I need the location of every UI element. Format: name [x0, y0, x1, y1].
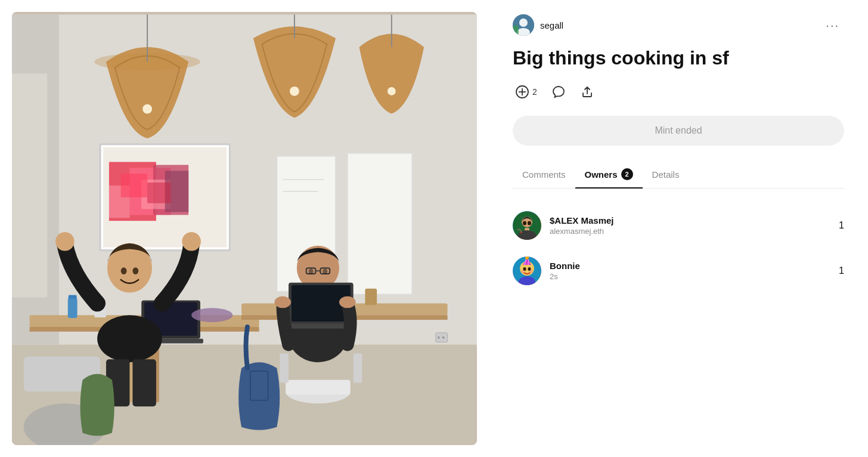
- owner-row[interactable]: $ALEX Masmej alexmasmej.eth 1: [513, 203, 844, 248]
- svg-point-92: [521, 270, 525, 273]
- svg-rect-66: [354, 353, 362, 382]
- left-panel: [0, 0, 489, 457]
- svg-point-93: [529, 270, 533, 273]
- svg-point-9: [290, 87, 299, 96]
- svg-point-55: [309, 268, 314, 274]
- collect-count: 2: [532, 87, 537, 97]
- svg-point-73: [519, 18, 528, 27]
- svg-point-62: [339, 297, 356, 308]
- author-avatar[interactable]: [513, 14, 534, 36]
- svg-rect-23: [348, 153, 413, 295]
- owners-list: $ALEX Masmej alexmasmej.eth 1: [513, 203, 844, 294]
- post-header: segall ···: [513, 14, 844, 36]
- collect-icon: [515, 85, 529, 99]
- tab-details[interactable]: Details: [643, 163, 689, 188]
- share-icon: [580, 85, 594, 99]
- owner-name-alex: $ALEX Masmej: [550, 215, 614, 226]
- comment-icon: [551, 85, 566, 99]
- owner-row-bonnie[interactable]: Bonnie 2s 1: [513, 248, 844, 294]
- svg-point-7: [142, 104, 152, 114]
- svg-line-89: [528, 260, 529, 265]
- owner-left-alex: $ALEX Masmej alexmasmej.eth: [513, 211, 614, 240]
- owner-sub-alex: alexmasmej.eth: [550, 227, 614, 236]
- owner-info-alex: $ALEX Masmej alexmasmej.eth: [550, 215, 614, 236]
- owner-avatar-alex: [513, 211, 541, 240]
- svg-rect-33: [69, 295, 77, 299]
- tabs-row: Comments Owners 2 Details: [513, 162, 844, 189]
- svg-rect-64: [286, 380, 351, 395]
- svg-rect-75: [513, 25, 519, 36]
- svg-point-61: [274, 297, 291, 308]
- comment-button[interactable]: [549, 82, 568, 101]
- more-options-button[interactable]: ···: [821, 16, 844, 35]
- post-image: [12, 12, 477, 445]
- owner-sub-bonnie: 2s: [550, 272, 580, 281]
- svg-rect-65: [280, 353, 289, 382]
- svg-rect-20: [121, 174, 147, 197]
- collect-button[interactable]: 2: [513, 82, 540, 101]
- actions-row: 2: [513, 82, 844, 101]
- owners-badge: 2: [621, 168, 633, 180]
- post-title: Big things cooking in sf: [513, 47, 844, 69]
- svg-rect-32: [68, 298, 78, 319]
- mint-ended-button: Mint ended: [513, 116, 844, 146]
- owner-left-bonnie: Bonnie 2s: [513, 257, 580, 285]
- svg-point-42: [182, 232, 201, 251]
- svg-point-44: [132, 267, 138, 274]
- owner-name-bonnie: Bonnie: [550, 261, 580, 271]
- svg-rect-60: [365, 289, 377, 305]
- svg-rect-4: [12, 73, 47, 297]
- right-panel: segall ··· Big things cooking in sf 2: [489, 0, 868, 457]
- svg-point-71: [442, 336, 445, 339]
- owner-count-alex: 1: [839, 220, 844, 231]
- svg-point-82: [528, 221, 531, 226]
- author-row: segall: [513, 14, 563, 36]
- tab-comments[interactable]: Comments: [513, 163, 575, 188]
- owner-info-bonnie: Bonnie 2s: [550, 261, 580, 281]
- svg-point-43: [121, 267, 127, 274]
- svg-rect-21: [147, 183, 170, 203]
- svg-point-11: [388, 87, 396, 95]
- svg-rect-46: [132, 359, 156, 406]
- tab-owners[interactable]: Owners 2: [575, 162, 643, 189]
- svg-point-39: [97, 315, 162, 362]
- svg-point-56: [323, 268, 327, 274]
- author-name[interactable]: segall: [540, 20, 563, 30]
- owner-avatar-bonnie: [513, 257, 541, 285]
- share-button[interactable]: [578, 82, 597, 101]
- svg-point-70: [438, 336, 440, 339]
- svg-point-81: [523, 221, 526, 226]
- svg-point-68: [191, 308, 232, 322]
- svg-point-41: [55, 232, 75, 251]
- owner-count-bonnie: 1: [839, 265, 844, 276]
